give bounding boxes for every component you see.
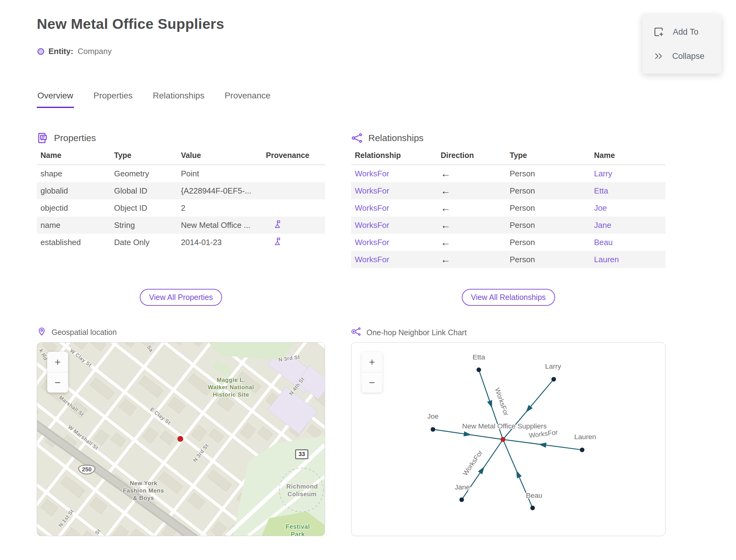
content-columns: Properties NameTypeValueProvenance shape…	[37, 132, 665, 540]
map-canvas[interactable]	[37, 343, 325, 536]
relationship-link[interactable]: WorksFor	[355, 238, 389, 247]
relationship-row: WorksFor←PersonEtta	[351, 182, 665, 199]
tab-provenance[interactable]: Provenance	[224, 91, 271, 108]
name-cell: Etta	[590, 182, 665, 199]
direction-arrow: ←	[441, 220, 450, 231]
property-row: shapeGeometryPoint	[37, 165, 325, 182]
direction-arrow: ←	[441, 254, 450, 265]
property-cell: name	[37, 217, 110, 234]
relationship-cell: WorksFor	[351, 251, 437, 268]
properties-column: Properties NameTypeValueProvenance shape…	[37, 132, 325, 540]
node-label: Joe	[427, 412, 439, 420]
entity-label: Entity:	[48, 47, 73, 56]
relationship-link[interactable]: WorksFor	[355, 221, 389, 230]
node-label: Larry	[545, 362, 561, 370]
entity-name-link[interactable]: Joe	[594, 203, 607, 213]
column-header: Direction	[437, 151, 506, 165]
chart-zoom-in-button[interactable]: +	[362, 352, 382, 372]
type-cell: Person	[506, 251, 590, 268]
person-node[interactable]	[551, 377, 556, 382]
center-node-label: New Metal Office Suppliers	[462, 422, 547, 430]
properties-section-title: Properties	[54, 133, 96, 143]
name-cell: Lauren	[590, 251, 665, 268]
geospatial-section-title: Geospatial location	[52, 328, 117, 337]
geospatial-map[interactable]: k RdW Clay StSaMarshall StE Clay StW Mar…	[37, 342, 325, 536]
person-node[interactable]	[530, 506, 535, 510]
provenance-flag-icon[interactable]	[273, 239, 282, 248]
map-pin-icon	[37, 326, 47, 338]
relationship-cell: WorksFor	[351, 217, 437, 234]
entity-name-link[interactable]: Lauren	[594, 255, 619, 264]
tab-overview[interactable]: Overview	[37, 91, 74, 108]
geospatial-section-header: Geospatial location	[37, 326, 117, 338]
map-zoom-in-button[interactable]: +	[47, 352, 68, 372]
column-header: Name	[590, 151, 665, 165]
direction-cell: ←	[437, 251, 506, 268]
view-all-properties-button[interactable]: View All Properties	[140, 289, 222, 306]
view-all-relationships-button[interactable]: View All Relationships	[462, 289, 555, 306]
entity-name-link[interactable]: Beau	[594, 238, 613, 247]
properties-section-header: Properties	[37, 132, 325, 144]
provenance-cell	[262, 234, 325, 251]
properties-icon	[37, 132, 48, 144]
tab-properties[interactable]: Properties	[93, 91, 133, 108]
add-to-button[interactable]: Add To	[642, 20, 721, 44]
link-chart-canvas[interactable]: WorksForWorksForWorksForNew Metal Office…	[351, 343, 665, 536]
property-row: nameStringNew Metal Office ...	[37, 217, 325, 234]
chevrons-right-icon	[653, 51, 664, 61]
tab-relationships[interactable]: Relationships	[152, 91, 205, 108]
property-cell: Point	[177, 165, 262, 182]
property-cell: Object ID	[110, 199, 177, 217]
map-zoom-out-button[interactable]: −	[47, 372, 68, 393]
direction-cell: ←	[437, 165, 506, 182]
relationship-row: WorksFor←PersonJoe	[351, 199, 665, 217]
add-to-label: Add To	[673, 27, 699, 37]
center-node[interactable]	[500, 437, 505, 442]
property-row: globalidGlobal ID{A228944F-0EF5-...	[37, 182, 325, 199]
provenance-cell	[262, 182, 325, 199]
edge-arrow	[487, 400, 494, 409]
relationship-link[interactable]: WorksFor	[355, 186, 389, 195]
tab-bar: OverviewPropertiesRelationshipsProvenanc…	[37, 91, 271, 108]
provenance-flag-icon[interactable]	[273, 221, 282, 231]
edge-label: WorksFor	[493, 387, 510, 417]
link-chart-icon	[351, 326, 362, 339]
link-chart-section-header: One-hop Neighbor Link Chart	[351, 326, 467, 339]
relationships-table: RelationshipDirectionTypeName WorksFor←P…	[351, 151, 665, 268]
collapse-button[interactable]: Collapse	[642, 44, 721, 68]
one-hop-link-chart[interactable]: WorksForWorksForWorksForNew Metal Office…	[351, 342, 665, 536]
column-header: Type	[110, 151, 177, 165]
person-node[interactable]	[459, 497, 464, 502]
relationship-cell: WorksFor	[351, 199, 437, 217]
property-cell: Date Only	[110, 234, 177, 251]
entity-name-link[interactable]: Larry	[594, 169, 612, 178]
edge-arrow	[478, 465, 486, 474]
column-header: Provenance	[262, 151, 325, 165]
entity-detail-page: New Metal Office Suppliers Entity: Compa…	[0, 0, 736, 560]
property-cell: 2	[177, 199, 262, 217]
node-label: Lauren	[574, 433, 596, 441]
node-label: Etta	[473, 353, 485, 361]
property-cell: established	[37, 234, 110, 251]
entity-name-link[interactable]: Etta	[594, 186, 608, 195]
entity-name-link[interactable]: Jane	[594, 221, 611, 230]
column-header: Value	[177, 151, 262, 165]
relationship-link[interactable]: WorksFor	[355, 169, 389, 178]
collapse-label: Collapse	[672, 52, 704, 61]
relationship-row: WorksFor←PersonLauren	[351, 251, 665, 268]
name-cell: Joe	[590, 199, 665, 217]
person-node[interactable]	[431, 427, 435, 432]
provenance-cell	[262, 199, 325, 217]
person-node[interactable]	[580, 447, 585, 452]
name-cell: Beau	[590, 234, 665, 251]
relationship-row: WorksFor←PersonJane	[351, 217, 665, 234]
direction-arrow: ←	[441, 202, 450, 213]
relationship-link[interactable]: WorksFor	[355, 255, 389, 264]
chart-zoom-out-button[interactable]: −	[362, 372, 382, 393]
person-node[interactable]	[477, 367, 481, 372]
relationships-column: Relationships RelationshipDirectionTypeN…	[351, 132, 665, 540]
column-header: Relationship	[351, 151, 437, 165]
type-cell: Person	[506, 165, 590, 182]
column-header: Type	[506, 151, 590, 165]
relationship-link[interactable]: WorksFor	[355, 203, 389, 213]
